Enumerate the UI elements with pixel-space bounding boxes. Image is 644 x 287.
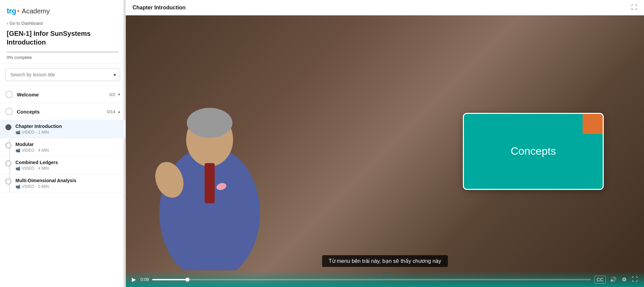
lesson-item-modular[interactable]: Modular 📹 VIDEO · 4 MIN — [0, 138, 125, 156]
content-header: Chapter Introduction ⛶ — [126, 0, 644, 15]
section-concepts-circle — [5, 108, 13, 115]
video-controls-bar: ▶ 0:08 CC 🔊 ⚙ ⛶ — [126, 271, 644, 287]
speaker-figure — [146, 96, 273, 270]
section-concepts-chevron: ▴ — [118, 109, 120, 114]
lesson-title-multi-dimensional: Multi-Dimensional Analysis — [15, 178, 120, 183]
volume-button[interactable]: 🔊 — [608, 275, 618, 284]
lesson-search-select[interactable]: Search by lesson title — [5, 68, 120, 81]
logo-academy: Academy — [22, 7, 50, 15]
logo-text: trg — [7, 7, 16, 15]
lesson-sep-chapter-intro: · — [36, 130, 37, 135]
video-progress-track[interactable] — [152, 279, 591, 280]
section-welcome-circle — [5, 91, 13, 98]
lesson-meta-modular: 📹 VIDEO · 4 MIN — [15, 148, 120, 153]
lesson-dot-multi-dimensional — [5, 178, 11, 185]
video-icon-modular: 📹 — [15, 148, 20, 153]
lesson-meta-chapter-intro: 📹 VIDEO · 1 MIN — [15, 130, 120, 135]
play-button[interactable]: ▶ — [130, 275, 137, 284]
current-time: 0:08 — [141, 277, 149, 282]
video-icon-combined-ledgers: 📹 — [15, 166, 20, 171]
section-welcome[interactable]: Welcome 0/2 ▾ — [0, 86, 125, 103]
lesson-title-modular: Modular — [15, 142, 120, 147]
lesson-item-combined-ledgers[interactable]: Combined Ledgers 📹 VIDEO · 4 MIN — [0, 156, 125, 174]
lesson-type-chapter-intro: VIDEO — [22, 130, 34, 135]
section-concepts-title: Concepts — [17, 109, 107, 115]
lesson-meta-combined-ledgers: 📹 VIDEO · 4 MIN — [15, 166, 120, 171]
expand-icon[interactable]: ⛶ — [631, 4, 637, 11]
lesson-dot-combined-ledgers — [5, 160, 11, 166]
lesson-duration-multi-dimensional: 5 MIN — [38, 184, 49, 189]
sidebar-header: trg✦ Academy ‹ Go to Dashboard [GEN-1] I… — [0, 0, 125, 64]
lesson-dot-chapter-intro — [5, 124, 11, 130]
course-title: [GEN-1] Infor SunSystems Introduction — [7, 29, 119, 47]
video-progress-played — [152, 279, 187, 280]
subtitle-bar: Từ menu bên trái này, bạn sẽ thấy chương… — [322, 255, 448, 267]
section-concepts-count: 0/14 — [107, 109, 115, 114]
svg-point-2 — [187, 108, 232, 138]
subtitle-text: Từ menu bên trái này, bạn sẽ thấy chương… — [329, 258, 441, 264]
lesson-duration-chapter-intro: 1 MIN — [38, 130, 49, 135]
section-welcome-title: Welcome — [17, 92, 109, 97]
main-content: Chapter Introduction ⛶ Concepts Từ menu … — [126, 0, 644, 287]
logo-area: trg✦ Academy — [7, 7, 119, 15]
lesson-body-combined-ledgers: Combined Ledgers 📹 VIDEO · 4 MIN — [15, 160, 120, 171]
lesson-dot-modular — [5, 142, 11, 148]
lesson-duration-modular: 4 MIN — [38, 148, 49, 153]
sidebar: trg✦ Academy ‹ Go to Dashboard [GEN-1] I… — [0, 0, 126, 287]
lesson-item-chapter-intro[interactable]: Chapter Introduction 📹 VIDEO · 1 MIN — [0, 120, 125, 138]
lesson-type-multi-dimensional: VIDEO — [22, 184, 34, 189]
svg-rect-3 — [205, 163, 215, 203]
video-icon-chapter-intro: 📹 — [15, 130, 20, 135]
concept-card-text: Concepts — [511, 145, 556, 157]
section-welcome-count: 0/2 — [109, 92, 115, 97]
play-icon: ▶ — [132, 276, 136, 283]
back-to-dashboard-link[interactable]: ‹ Go to Dashboard — [7, 21, 119, 26]
search-select-wrap: Search by lesson title — [5, 68, 120, 81]
lessons-list: Welcome 0/2 ▾ Concepts 0/14 ▴ Chapter In… — [0, 86, 125, 287]
section-concepts[interactable]: Concepts 0/14 ▴ — [0, 103, 125, 120]
lesson-body-modular: Modular 📹 VIDEO · 4 MIN — [15, 142, 120, 153]
chevron-left-icon: ‹ — [7, 21, 8, 26]
settings-button[interactable]: ⚙ — [621, 275, 628, 284]
lesson-type-combined-ledgers: VIDEO — [22, 166, 34, 171]
settings-icon: ⚙ — [622, 276, 627, 283]
concepts-lessons: Chapter Introduction 📹 VIDEO · 1 MIN Mod… — [0, 120, 125, 193]
video-container: Concepts Từ menu bên trái này, bạn sẽ th… — [126, 15, 644, 287]
fullscreen-icon: ⛶ — [632, 276, 638, 283]
progress-text: 0% complete — [7, 55, 119, 60]
section-welcome-chevron: ▾ — [118, 92, 120, 97]
lesson-title-combined-ledgers: Combined Ledgers — [15, 160, 120, 165]
video-icon-multi-dimensional: 📹 — [15, 184, 20, 189]
lesson-title-chapter-intro: Chapter Introduction — [15, 124, 120, 129]
fullscreen-button[interactable]: ⛶ — [631, 275, 639, 284]
lesson-sep-combined-ledgers: · — [36, 166, 37, 171]
back-label: Go to Dashboard — [9, 21, 43, 26]
cc-button[interactable]: CC — [594, 276, 606, 284]
lesson-body-chapter-intro: Chapter Introduction 📹 VIDEO · 1 MIN — [15, 124, 120, 135]
ctrl-right-group: CC 🔊 ⚙ ⛶ — [594, 275, 639, 284]
search-area: Search by lesson title — [0, 64, 125, 86]
logo-star: ✦ — [16, 8, 20, 14]
content-title: Chapter Introduction — [132, 5, 185, 11]
volume-icon: 🔊 — [610, 276, 616, 283]
lesson-duration-combined-ledgers: 4 MIN — [38, 166, 49, 171]
lesson-type-modular: VIDEO — [22, 148, 34, 153]
lesson-meta-multi-dimensional: 📹 VIDEO · 5 MIN — [15, 184, 120, 189]
concept-card: Concepts — [463, 113, 604, 190]
lesson-sep-multi-dimensional: · — [36, 184, 37, 189]
lesson-sep-modular: · — [36, 148, 37, 153]
lesson-item-multi-dimensional[interactable]: Multi-Dimensional Analysis 📹 VIDEO · 5 M… — [0, 174, 125, 193]
video-progress-thumb[interactable] — [185, 278, 190, 282]
progress-bar-container — [7, 51, 119, 53]
lesson-body-multi-dimensional: Multi-Dimensional Analysis 📹 VIDEO · 5 M… — [15, 178, 120, 189]
